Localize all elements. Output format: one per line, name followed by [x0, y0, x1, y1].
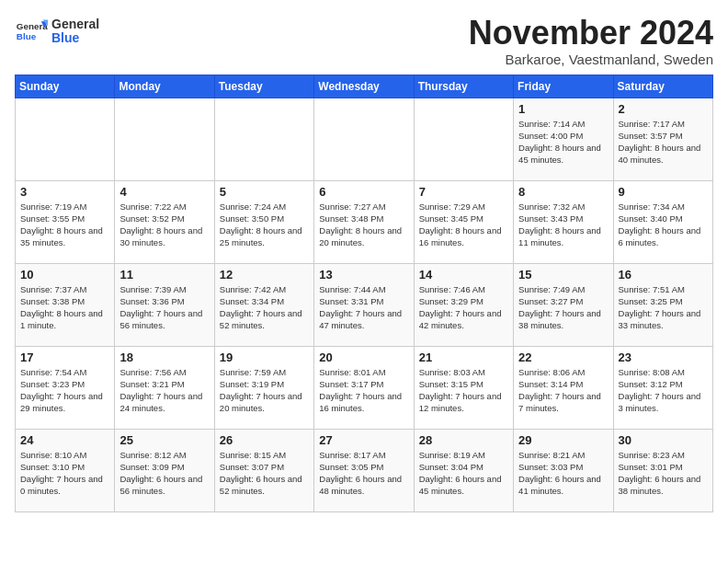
day-info: Sunrise: 7:22 AM Sunset: 3:52 PM Dayligh…	[119, 201, 209, 249]
page-header: General Blue General Blue November 2024 …	[15, 15, 713, 67]
calendar-cell: 22Sunrise: 8:06 AM Sunset: 3:14 PM Dayli…	[514, 346, 613, 429]
day-number: 26	[220, 433, 309, 447]
calendar-week-1: 1Sunrise: 7:14 AM Sunset: 4:00 PM Daylig…	[16, 98, 713, 180]
day-number: 2	[619, 102, 708, 116]
day-info: Sunrise: 7:34 AM Sunset: 3:40 PM Dayligh…	[619, 201, 708, 249]
calendar-cell: 24Sunrise: 8:10 AM Sunset: 3:10 PM Dayli…	[16, 429, 115, 511]
day-info: Sunrise: 8:17 AM Sunset: 3:05 PM Dayligh…	[319, 449, 408, 498]
day-info: Sunrise: 7:51 AM Sunset: 3:25 PM Dayligh…	[619, 283, 708, 332]
svg-text:Blue: Blue	[17, 31, 37, 41]
calendar-cell: 11Sunrise: 7:39 AM Sunset: 3:36 PM Dayli…	[115, 263, 214, 346]
calendar-cell: 17Sunrise: 7:54 AM Sunset: 3:23 PM Dayli…	[16, 346, 115, 429]
logo-general: General	[51, 17, 99, 31]
day-info: Sunrise: 7:27 AM Sunset: 3:48 PM Dayligh…	[319, 201, 408, 249]
calendar-cell: 10Sunrise: 7:37 AM Sunset: 3:38 PM Dayli…	[16, 263, 115, 346]
logo-text: General Blue	[51, 17, 99, 46]
day-number: 12	[220, 268, 309, 282]
day-number: 30	[619, 433, 708, 447]
day-info: Sunrise: 7:17 AM Sunset: 3:57 PM Dayligh…	[619, 118, 708, 167]
calendar-table: Sunday Monday Tuesday Wednesday Thursday…	[15, 75, 713, 512]
logo: General Blue General Blue	[15, 15, 99, 48]
day-number: 17	[20, 350, 109, 364]
day-number: 15	[518, 268, 608, 282]
calendar-cell: 25Sunrise: 8:12 AM Sunset: 3:09 PM Dayli…	[115, 429, 214, 511]
logo-icon: General Blue	[15, 15, 48, 48]
day-info: Sunrise: 8:21 AM Sunset: 3:03 PM Dayligh…	[518, 449, 608, 498]
day-info: Sunrise: 8:23 AM Sunset: 3:01 PM Dayligh…	[619, 449, 708, 498]
day-info: Sunrise: 7:44 AM Sunset: 3:31 PM Dayligh…	[319, 283, 408, 332]
day-number: 16	[619, 268, 708, 282]
calendar-week-5: 24Sunrise: 8:10 AM Sunset: 3:10 PM Dayli…	[16, 429, 713, 511]
day-number: 25	[119, 433, 209, 447]
day-info: Sunrise: 8:08 AM Sunset: 3:12 PM Dayligh…	[619, 366, 708, 415]
calendar-cell: 12Sunrise: 7:42 AM Sunset: 3:34 PM Dayli…	[214, 263, 313, 346]
calendar-header: Sunday Monday Tuesday Wednesday Thursday…	[16, 75, 713, 98]
day-info: Sunrise: 7:59 AM Sunset: 3:19 PM Dayligh…	[220, 366, 309, 415]
day-info: Sunrise: 7:29 AM Sunset: 3:45 PM Dayligh…	[419, 201, 508, 249]
day-info: Sunrise: 7:24 AM Sunset: 3:50 PM Dayligh…	[220, 201, 309, 249]
day-number: 22	[518, 350, 608, 364]
day-number: 18	[119, 350, 209, 364]
day-number: 19	[220, 350, 309, 364]
calendar-cell: 18Sunrise: 7:56 AM Sunset: 3:21 PM Dayli…	[115, 346, 214, 429]
header-thursday: Thursday	[414, 75, 513, 98]
day-number: 14	[419, 268, 508, 282]
day-number: 3	[20, 185, 109, 199]
header-row: Sunday Monday Tuesday Wednesday Thursday…	[16, 75, 713, 98]
day-number: 29	[518, 433, 608, 447]
calendar-cell: 27Sunrise: 8:17 AM Sunset: 3:05 PM Dayli…	[314, 429, 414, 511]
day-number: 28	[419, 433, 508, 447]
day-info: Sunrise: 7:37 AM Sunset: 3:38 PM Dayligh…	[20, 283, 109, 332]
calendar-cell: 9Sunrise: 7:34 AM Sunset: 3:40 PM Daylig…	[613, 180, 712, 263]
location: Barkaroe, Vaestmanland, Sweden	[469, 52, 713, 67]
day-number: 5	[220, 185, 309, 199]
day-info: Sunrise: 8:01 AM Sunset: 3:17 PM Dayligh…	[319, 366, 408, 415]
day-info: Sunrise: 7:42 AM Sunset: 3:34 PM Dayligh…	[220, 283, 309, 332]
calendar-cell: 14Sunrise: 7:46 AM Sunset: 3:29 PM Dayli…	[414, 263, 513, 346]
calendar-cell: 8Sunrise: 7:32 AM Sunset: 3:43 PM Daylig…	[514, 180, 613, 263]
day-info: Sunrise: 8:03 AM Sunset: 3:15 PM Dayligh…	[419, 366, 508, 415]
day-number: 9	[619, 185, 708, 199]
calendar-body: 1Sunrise: 7:14 AM Sunset: 4:00 PM Daylig…	[16, 98, 713, 511]
calendar-cell: 7Sunrise: 7:29 AM Sunset: 3:45 PM Daylig…	[414, 180, 513, 263]
day-info: Sunrise: 7:14 AM Sunset: 4:00 PM Dayligh…	[518, 118, 608, 167]
day-number: 23	[619, 350, 708, 364]
calendar-cell: 26Sunrise: 8:15 AM Sunset: 3:07 PM Dayli…	[214, 429, 313, 511]
calendar-cell: 21Sunrise: 8:03 AM Sunset: 3:15 PM Dayli…	[414, 346, 513, 429]
calendar-cell: 29Sunrise: 8:21 AM Sunset: 3:03 PM Dayli…	[514, 429, 613, 511]
day-number: 7	[419, 185, 508, 199]
day-info: Sunrise: 7:19 AM Sunset: 3:55 PM Dayligh…	[20, 201, 109, 249]
header-saturday: Saturday	[613, 75, 712, 98]
calendar-cell	[16, 98, 115, 180]
calendar-cell: 28Sunrise: 8:19 AM Sunset: 3:04 PM Dayli…	[414, 429, 513, 511]
day-info: Sunrise: 7:39 AM Sunset: 3:36 PM Dayligh…	[119, 283, 209, 332]
day-info: Sunrise: 8:10 AM Sunset: 3:10 PM Dayligh…	[20, 449, 109, 498]
day-info: Sunrise: 7:56 AM Sunset: 3:21 PM Dayligh…	[119, 366, 209, 415]
calendar-cell: 2Sunrise: 7:17 AM Sunset: 3:57 PM Daylig…	[613, 98, 712, 180]
calendar-cell: 15Sunrise: 7:49 AM Sunset: 3:27 PM Dayli…	[514, 263, 613, 346]
day-number: 11	[119, 268, 209, 282]
calendar-cell: 4Sunrise: 7:22 AM Sunset: 3:52 PM Daylig…	[115, 180, 214, 263]
calendar-cell: 30Sunrise: 8:23 AM Sunset: 3:01 PM Dayli…	[613, 429, 712, 511]
header-monday: Monday	[115, 75, 214, 98]
day-info: Sunrise: 7:49 AM Sunset: 3:27 PM Dayligh…	[518, 283, 608, 332]
calendar-cell: 6Sunrise: 7:27 AM Sunset: 3:48 PM Daylig…	[314, 180, 414, 263]
calendar-cell: 5Sunrise: 7:24 AM Sunset: 3:50 PM Daylig…	[214, 180, 313, 263]
header-tuesday: Tuesday	[214, 75, 313, 98]
calendar-cell	[414, 98, 513, 180]
header-friday: Friday	[514, 75, 613, 98]
header-sunday: Sunday	[16, 75, 115, 98]
day-info: Sunrise: 8:19 AM Sunset: 3:04 PM Dayligh…	[419, 449, 508, 498]
calendar-cell: 16Sunrise: 7:51 AM Sunset: 3:25 PM Dayli…	[613, 263, 712, 346]
day-number: 21	[419, 350, 508, 364]
day-info: Sunrise: 7:32 AM Sunset: 3:43 PM Dayligh…	[518, 201, 608, 249]
calendar-week-2: 3Sunrise: 7:19 AM Sunset: 3:55 PM Daylig…	[16, 180, 713, 263]
day-info: Sunrise: 8:15 AM Sunset: 3:07 PM Dayligh…	[220, 449, 309, 498]
calendar-week-4: 17Sunrise: 7:54 AM Sunset: 3:23 PM Dayli…	[16, 346, 713, 429]
day-number: 20	[319, 350, 408, 364]
calendar-cell: 13Sunrise: 7:44 AM Sunset: 3:31 PM Dayli…	[314, 263, 414, 346]
month-title: November 2024	[469, 15, 713, 52]
day-info: Sunrise: 7:46 AM Sunset: 3:29 PM Dayligh…	[419, 283, 508, 332]
day-number: 8	[518, 185, 608, 199]
day-number: 24	[20, 433, 109, 447]
